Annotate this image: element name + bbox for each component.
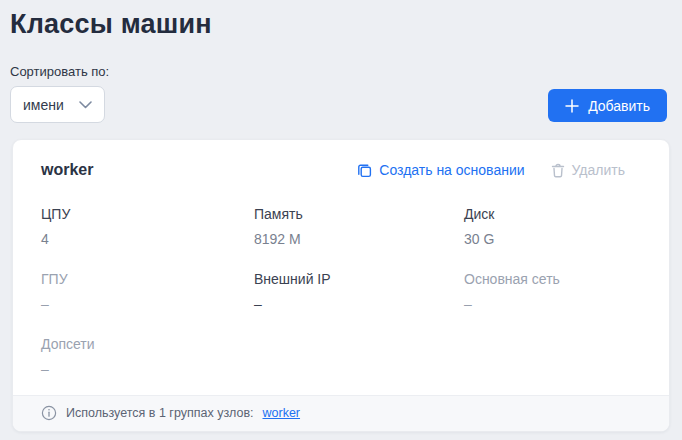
card-actions: Создать на основании Удалить [357, 162, 625, 178]
card-footer: Используется в 1 группах узлов: worker [13, 395, 669, 431]
delete-label: Удалить [572, 162, 625, 178]
trash-icon [551, 163, 565, 178]
create-from-label: Создать на основании [379, 162, 524, 178]
info-icon [41, 405, 57, 421]
page-title: Классы машин [10, 9, 682, 40]
machine-class-card: worker Создать на основании Удалить Ц [12, 139, 670, 432]
field-gpu: ГПУ – [41, 271, 254, 312]
delete-button[interactable]: Удалить [551, 162, 625, 178]
sort-select[interactable]: имени [10, 86, 105, 123]
field-main-network: Основная сеть – [464, 271, 641, 312]
add-button-label: Добавить [588, 98, 650, 114]
node-group-link[interactable]: worker [263, 406, 301, 420]
field-memory: Память 8192 M [254, 206, 464, 247]
field-disk: Диск 30 G [464, 206, 641, 247]
field-extra-networks: Допсети – [41, 336, 254, 377]
chevron-down-icon [79, 101, 92, 109]
sort-by-label: Сортировать по: [10, 64, 682, 79]
plus-icon [565, 99, 579, 113]
create-from-button[interactable]: Создать на основании [357, 162, 524, 178]
usage-text: Используется в 1 группах узлов: [66, 406, 254, 420]
add-button[interactable]: Добавить [548, 89, 667, 122]
card-header: worker Создать на основании Удалить [13, 140, 669, 179]
sort-select-value: имени [23, 97, 64, 113]
fields-grid: ЦПУ 4 Память 8192 M Диск 30 G ГПУ – Внеш… [13, 179, 669, 377]
field-cpu: ЦПУ 4 [41, 206, 254, 247]
field-external-ip: Внешний IP – [254, 271, 464, 312]
machine-class-name: worker [41, 161, 93, 179]
controls-row: имени Добавить [10, 86, 667, 123]
copy-icon [357, 163, 372, 178]
